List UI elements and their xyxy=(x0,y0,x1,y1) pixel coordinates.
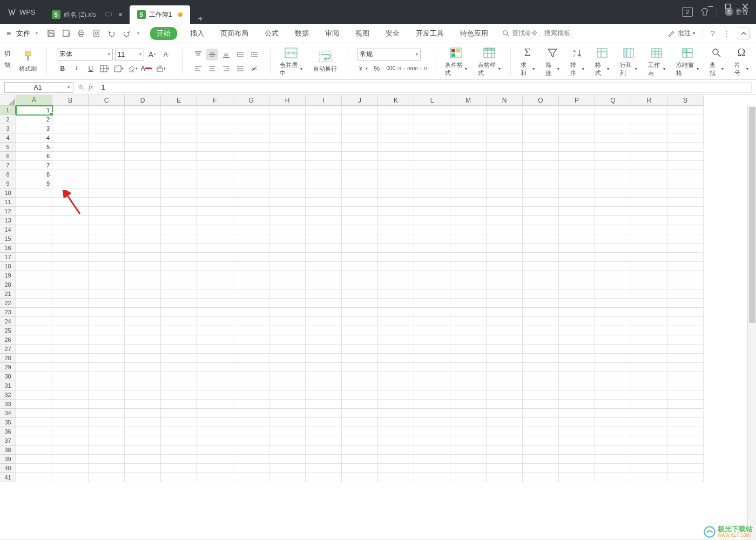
cell[interactable] xyxy=(631,280,667,289)
column-header[interactable]: N xyxy=(487,95,523,106)
cell[interactable] xyxy=(342,244,378,253)
cell[interactable] xyxy=(595,436,631,446)
cell[interactable] xyxy=(631,152,667,161)
cell[interactable] xyxy=(161,253,197,262)
cell[interactable] xyxy=(306,225,342,234)
cell[interactable] xyxy=(125,464,161,473)
cell[interactable] xyxy=(197,464,233,473)
cell[interactable] xyxy=(559,188,595,198)
cell[interactable] xyxy=(450,308,487,317)
sort-group[interactable]: AZ 排序▾ xyxy=(567,43,588,79)
row-header[interactable]: 34 xyxy=(0,409,16,418)
cell[interactable] xyxy=(342,234,378,244)
cell[interactable] xyxy=(559,207,595,216)
cell[interactable] xyxy=(414,262,450,271)
tab-view[interactable]: 视图 xyxy=(352,26,373,40)
cell[interactable] xyxy=(233,372,269,381)
cell[interactable] xyxy=(559,198,595,207)
cell[interactable] xyxy=(52,161,89,170)
cell[interactable] xyxy=(667,418,704,427)
cell[interactable] xyxy=(197,188,233,198)
cell[interactable] xyxy=(667,234,704,244)
cell[interactable] xyxy=(631,363,667,372)
cell[interactable] xyxy=(523,363,559,372)
cell[interactable] xyxy=(52,390,89,400)
cell[interactable] xyxy=(667,308,704,317)
increase-indent-icon[interactable] xyxy=(234,49,246,60)
cell[interactable] xyxy=(342,216,378,225)
cell[interactable] xyxy=(16,308,52,317)
cell[interactable] xyxy=(414,436,450,446)
cell[interactable] xyxy=(378,179,414,188)
cell[interactable] xyxy=(631,106,667,115)
cell[interactable] xyxy=(667,473,704,482)
cell[interactable] xyxy=(667,161,704,170)
cell[interactable] xyxy=(667,106,704,115)
cell[interactable] xyxy=(487,225,523,234)
row-header[interactable]: 9 xyxy=(0,179,16,188)
cell[interactable] xyxy=(16,345,52,354)
cell[interactable] xyxy=(89,143,125,152)
cell[interactable] xyxy=(269,317,306,326)
cell[interactable] xyxy=(631,170,667,179)
cell[interactable] xyxy=(125,161,161,170)
cell[interactable] xyxy=(559,473,595,482)
cell[interactable] xyxy=(595,345,631,354)
cell[interactable] xyxy=(306,188,342,198)
cell[interactable] xyxy=(342,363,378,372)
cell[interactable] xyxy=(52,280,89,289)
cell[interactable] xyxy=(559,179,595,188)
cell[interactable] xyxy=(414,124,450,133)
cell[interactable] xyxy=(450,234,487,244)
cell[interactable] xyxy=(631,207,667,216)
cell[interactable] xyxy=(161,234,197,244)
row-header[interactable]: 30 xyxy=(0,372,16,381)
cell[interactable] xyxy=(595,400,631,409)
tab-file-1[interactable]: S 姓名 (2).xls xyxy=(44,5,130,24)
cell[interactable] xyxy=(89,179,125,188)
cell[interactable] xyxy=(667,289,704,299)
cell[interactable] xyxy=(89,363,125,372)
worksheet-group[interactable]: 工作表▾ xyxy=(645,43,669,79)
cell[interactable] xyxy=(378,207,414,216)
cell[interactable] xyxy=(378,115,414,124)
cell[interactable] xyxy=(487,455,523,464)
cell[interactable] xyxy=(342,381,378,390)
cell[interactable] xyxy=(125,179,161,188)
cell[interactable] xyxy=(306,363,342,372)
cell[interactable] xyxy=(52,170,89,179)
cell[interactable] xyxy=(487,133,523,143)
column-header[interactable]: C xyxy=(89,95,125,106)
cell[interactable] xyxy=(378,170,414,179)
rows-cols-group[interactable]: 行和列▾ xyxy=(617,43,640,79)
file-menu[interactable]: 文件 xyxy=(16,29,30,38)
cell[interactable] xyxy=(450,372,487,381)
cell[interactable] xyxy=(306,390,342,400)
cell[interactable] xyxy=(631,409,667,418)
cell[interactable] xyxy=(342,473,378,482)
cell[interactable] xyxy=(16,455,52,464)
cell[interactable] xyxy=(559,253,595,262)
cell[interactable] xyxy=(16,207,52,216)
cell[interactable] xyxy=(233,390,269,400)
cell[interactable] xyxy=(414,289,450,299)
cell[interactable] xyxy=(414,106,450,115)
cell[interactable] xyxy=(342,133,378,143)
cell[interactable] xyxy=(559,106,595,115)
cell[interactable] xyxy=(197,299,233,308)
cell[interactable] xyxy=(306,133,342,143)
cell[interactable] xyxy=(89,207,125,216)
cell[interactable] xyxy=(52,409,89,418)
fill-color-icon[interactable]: ▾ xyxy=(127,63,139,75)
cell[interactable] xyxy=(450,345,487,354)
cell[interactable] xyxy=(342,161,378,170)
cell[interactable] xyxy=(450,409,487,418)
cell[interactable] xyxy=(89,188,125,198)
cell[interactable] xyxy=(306,427,342,436)
cell[interactable] xyxy=(523,188,559,198)
row-header[interactable]: 11 xyxy=(0,198,16,207)
cell[interactable] xyxy=(631,225,667,234)
cell[interactable] xyxy=(233,427,269,436)
cell[interactable] xyxy=(378,253,414,262)
cell[interactable] xyxy=(52,198,89,207)
